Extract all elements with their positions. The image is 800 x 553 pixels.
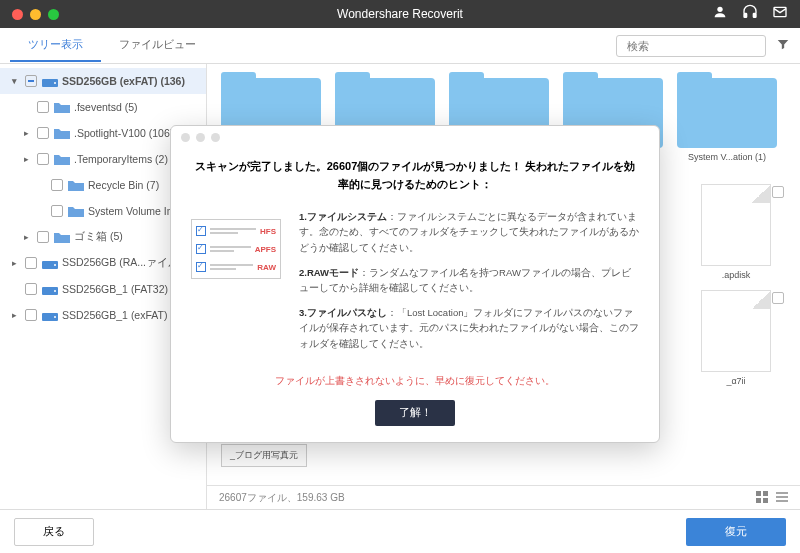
list-view-icon[interactable]	[776, 491, 788, 505]
expand-icon[interactable]: ▸	[8, 257, 20, 269]
folder-icon	[68, 178, 84, 192]
tree-label: .Spotlight-V100 (106)	[74, 127, 173, 139]
recover-button[interactable]: 復元	[686, 518, 786, 546]
expand-icon[interactable]	[34, 205, 46, 217]
tree-item[interactable]: ▾SSD256GB (exFAT) (136)	[0, 68, 206, 94]
tree-checkbox[interactable]	[37, 101, 49, 113]
card-checkbox[interactable]	[772, 292, 784, 304]
tree-checkbox[interactable]	[37, 153, 49, 165]
folder-item[interactable]: _ブログ用写真元	[221, 444, 307, 467]
dialog-ok-button[interactable]: 了解！	[375, 400, 455, 426]
close-window[interactable]	[12, 9, 23, 20]
status-bar: 26607ファイル、159.63 GB	[207, 485, 800, 509]
card-label: System V...ation (1)	[677, 152, 777, 162]
tree-label: SSD256GB_1 (exFAT) (1	[62, 309, 180, 321]
minimize-window[interactable]	[30, 9, 41, 20]
tab-tree-view[interactable]: ツリー表示	[10, 29, 101, 62]
card-checkbox[interactable]	[772, 186, 784, 198]
toolbar: ツリー表示 ファイルビュー	[0, 28, 800, 64]
svg-rect-14	[756, 491, 761, 496]
expand-icon[interactable]: ▸	[20, 231, 32, 243]
footer: 戻る 復元	[0, 509, 800, 553]
folder-icon	[54, 126, 70, 140]
tree-checkbox[interactable]	[37, 231, 49, 243]
app-title: Wondershare Recoverit	[337, 7, 463, 21]
mail-icon[interactable]	[772, 4, 788, 24]
dialog-illustration: HFS APFS RAW	[191, 209, 281, 361]
svg-rect-2	[753, 13, 756, 17]
folder-card[interactable]: System V...ation (1)	[677, 78, 777, 170]
tree-label: ゴミ箱 (5)	[74, 230, 123, 244]
folder-icon	[54, 100, 70, 114]
filter-icon[interactable]	[776, 37, 790, 55]
tree-checkbox[interactable]	[25, 257, 37, 269]
tree-label: Recycle Bin (7)	[88, 179, 159, 191]
card-label: .apdisk	[686, 270, 786, 280]
folder-icon	[54, 230, 70, 244]
svg-point-0	[717, 7, 722, 12]
back-button[interactable]: 戻る	[14, 518, 94, 546]
dialog-title: スキャンが完了しました。26607個のファイルが見つかりました！ 失われたファイ…	[191, 158, 639, 193]
tree-checkbox[interactable]	[51, 179, 63, 191]
tree-label: SSD256GB (exFAT) (136)	[62, 75, 185, 87]
tree-checkbox[interactable]	[25, 309, 37, 321]
svg-point-11	[54, 290, 56, 292]
window-controls	[12, 9, 59, 20]
dialog-titlebar	[171, 126, 659, 148]
tree-label: SSD256GB (RA...ァイル)	[62, 256, 183, 270]
dialog-close[interactable]	[181, 133, 190, 142]
svg-rect-17	[763, 498, 768, 503]
tree-label: .TemporaryItems (2)	[74, 153, 168, 165]
card-label: _α7ii	[686, 376, 786, 386]
dialog-min[interactable]	[196, 133, 205, 142]
tree-item[interactable]: .fseventsd (5)	[0, 94, 206, 120]
drive-icon	[42, 308, 58, 322]
file-card[interactable]: _α7ii	[686, 290, 786, 382]
status-text: 26607ファイル、159.63 GB	[219, 491, 345, 505]
tree-checkbox[interactable]	[25, 283, 37, 295]
search-input[interactable]	[616, 35, 766, 57]
titlebar: Wondershare Recoverit	[0, 0, 800, 28]
dialog-hints: 1.ファイルシステム：ファイルシステムごとに異なるデータが含まれています。念のた…	[299, 209, 639, 361]
svg-rect-15	[763, 491, 768, 496]
svg-rect-16	[756, 498, 761, 503]
grid-view-icon[interactable]	[756, 491, 768, 505]
tree-label: .fseventsd (5)	[74, 101, 138, 113]
tree-checkbox[interactable]	[25, 75, 37, 87]
folder-icon	[68, 204, 84, 218]
expand-icon[interactable]: ▾	[8, 75, 20, 87]
tree-checkbox[interactable]	[51, 205, 63, 217]
drive-icon	[42, 256, 58, 270]
tab-file-view[interactable]: ファイルビュー	[101, 29, 214, 62]
expand-icon[interactable]	[8, 283, 20, 295]
search-field[interactable]	[627, 40, 765, 52]
expand-icon[interactable]: ▸	[20, 127, 32, 139]
svg-point-7	[54, 82, 56, 84]
scan-complete-dialog: スキャンが完了しました。26607個のファイルが見つかりました！ 失われたファイ…	[170, 125, 660, 443]
drive-icon	[42, 74, 58, 88]
headset-icon[interactable]	[742, 4, 758, 24]
expand-icon[interactable]: ▸	[8, 309, 20, 321]
dialog-warning: ファイルが上書きされないように、早めに復元してください。	[191, 375, 639, 388]
svg-point-9	[54, 264, 56, 266]
drive-icon	[42, 282, 58, 296]
svg-rect-1	[744, 13, 747, 17]
expand-icon[interactable]: ▸	[20, 153, 32, 165]
svg-point-13	[54, 316, 56, 318]
maximize-window[interactable]	[48, 9, 59, 20]
account-icon[interactable]	[712, 4, 728, 24]
expand-icon[interactable]	[34, 179, 46, 191]
expand-icon[interactable]	[20, 101, 32, 113]
tree-label: SSD256GB_1 (FAT32) (	[62, 283, 174, 295]
file-card[interactable]: .apdisk	[686, 184, 786, 276]
dialog-max[interactable]	[211, 133, 220, 142]
tree-checkbox[interactable]	[37, 127, 49, 139]
folder-icon	[54, 152, 70, 166]
